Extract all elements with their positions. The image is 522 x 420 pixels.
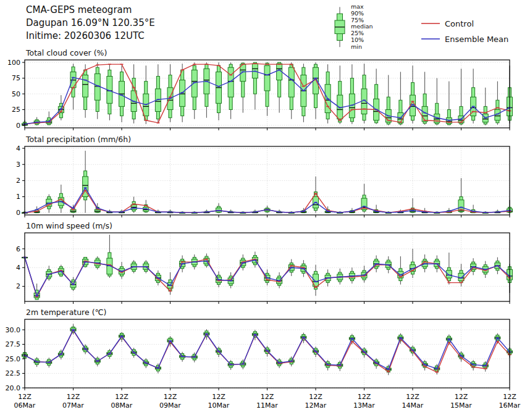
svg-text:12Z: 12Z: [67, 393, 80, 401]
svg-text:12Z: 12Z: [455, 393, 468, 401]
svg-text:22.5: 22.5: [6, 369, 21, 377]
svg-text:12Z: 12Z: [406, 393, 419, 401]
svg-text:12Z: 12Z: [212, 393, 225, 401]
meteogram-canvas: 02550751000123424620.022.525.027.530.012…: [0, 0, 522, 420]
init-time: Initime: 20260306 12UTC: [26, 30, 155, 43]
svg-text:2: 2: [16, 282, 20, 290]
header: CMA-GEPS meteogram Dagupan 16.09°N 120.3…: [26, 4, 155, 43]
svg-text:10Mar: 10Mar: [208, 401, 230, 410]
svg-text:12Z: 12Z: [358, 393, 371, 401]
svg-text:11Mar: 11Mar: [256, 401, 278, 410]
legend-mean-label: Ensemble Mean: [445, 35, 508, 44]
svg-text:06Mar: 06Mar: [14, 401, 36, 410]
svg-text:12Z: 12Z: [164, 393, 177, 401]
meteogram-page: { "header": { "title": "CMA-GEPS meteogr…: [0, 0, 522, 420]
svg-text:3: 3: [16, 161, 20, 169]
svg-text:12Z: 12Z: [503, 393, 516, 401]
svg-text:25: 25: [12, 106, 20, 114]
panel-title-precip: Total precipitation (mm/6h): [26, 135, 131, 144]
svg-text:16Mar: 16Mar: [499, 401, 521, 410]
svg-text:4: 4: [16, 264, 20, 272]
svg-text:2: 2: [16, 177, 20, 185]
svg-text:25.0: 25.0: [6, 355, 21, 363]
panel-title-wind: 10m wind speed (m/s): [26, 221, 112, 230]
svg-text:0: 0: [16, 122, 20, 130]
svg-text:4: 4: [16, 145, 20, 153]
svg-text:12Z: 12Z: [115, 393, 128, 401]
svg-text:13Mar: 13Mar: [353, 401, 375, 410]
svg-text:09Mar: 09Mar: [159, 401, 181, 410]
svg-text:30.0: 30.0: [6, 326, 21, 334]
panel-title-cloud: Total cloud cover (%): [26, 48, 107, 57]
svg-text:12Z: 12Z: [309, 393, 322, 401]
svg-text:12Mar: 12Mar: [305, 401, 327, 410]
legend-control-label: Control: [445, 19, 474, 28]
svg-text:07Mar: 07Mar: [62, 401, 84, 410]
svg-text:12Z: 12Z: [18, 393, 32, 401]
svg-text:20.0: 20.0: [6, 384, 21, 392]
svg-text:12Z: 12Z: [261, 393, 274, 401]
legend-box-labels: max 90% 75% median 25% 10% min: [351, 4, 373, 51]
panel-title-temp: 2m temperature (℃): [26, 308, 106, 317]
page-title: CMA-GEPS meteogram: [26, 4, 155, 17]
legend-label-p90: 90%: [351, 10, 373, 17]
svg-text:50: 50: [12, 90, 20, 98]
svg-text:15Mar: 15Mar: [450, 401, 472, 410]
svg-text:27.5: 27.5: [6, 340, 21, 348]
svg-text:6: 6: [16, 245, 20, 253]
svg-text:0: 0: [16, 209, 20, 217]
station-location: Dagupan 16.09°N 120.35°E: [26, 17, 155, 30]
svg-text:14Mar: 14Mar: [402, 401, 424, 410]
svg-text:75: 75: [12, 74, 20, 82]
svg-text:100: 100: [7, 59, 20, 67]
svg-text:08Mar: 08Mar: [111, 401, 133, 410]
svg-text:1: 1: [16, 193, 20, 201]
legend-label-min: min: [351, 44, 373, 51]
